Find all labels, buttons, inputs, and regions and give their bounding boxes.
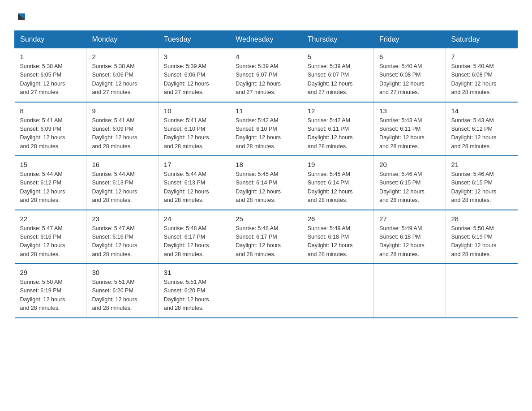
calendar-cell	[446, 264, 517, 318]
calendar-cell	[374, 264, 446, 318]
day-info: Sunrise: 5:49 AM Sunset: 6:18 PM Dayligh…	[379, 224, 440, 259]
day-number: 30	[92, 269, 152, 276]
day-number: 16	[92, 161, 152, 168]
calendar-cell: 29 Sunrise: 5:50 AM Sunset: 6:19 PM Dayl…	[15, 264, 86, 318]
calendar-cell: 20 Sunrise: 5:46 AM Sunset: 6:15 PM Dayl…	[374, 156, 446, 210]
day-number: 2	[92, 53, 152, 60]
calendar-cell: 2 Sunrise: 5:38 AM Sunset: 6:06 PM Dayli…	[86, 48, 158, 102]
week-row-3: 15 Sunrise: 5:44 AM Sunset: 6:12 PM Dayl…	[15, 156, 518, 210]
day-number: 9	[92, 107, 152, 115]
logo-icon	[15, 11, 28, 23]
header-tuesday: Tuesday	[158, 31, 230, 48]
day-info: Sunrise: 5:40 AM Sunset: 6:08 PM Dayligh…	[379, 62, 440, 97]
day-info: Sunrise: 5:42 AM Sunset: 6:10 PM Dayligh…	[236, 116, 296, 151]
header-wednesday: Wednesday	[230, 31, 302, 48]
week-row-4: 22 Sunrise: 5:47 AM Sunset: 6:16 PM Dayl…	[15, 210, 518, 264]
calendar-cell: 4 Sunrise: 5:39 AM Sunset: 6:07 PM Dayli…	[230, 48, 302, 102]
day-info: Sunrise: 5:39 AM Sunset: 6:07 PM Dayligh…	[308, 62, 368, 97]
day-number: 7	[451, 53, 512, 60]
day-number: 13	[379, 107, 440, 115]
day-number: 29	[20, 269, 81, 276]
day-info: Sunrise: 5:51 AM Sunset: 6:20 PM Dayligh…	[92, 278, 152, 313]
header-friday: Friday	[374, 31, 446, 48]
day-info: Sunrise: 5:47 AM Sunset: 6:16 PM Dayligh…	[20, 224, 81, 259]
page-header	[14, 11, 518, 23]
day-number: 15	[20, 161, 81, 168]
calendar-cell: 23 Sunrise: 5:47 AM Sunset: 6:16 PM Dayl…	[86, 210, 158, 264]
day-info: Sunrise: 5:41 AM Sunset: 6:09 PM Dayligh…	[92, 116, 152, 151]
day-info: Sunrise: 5:44 AM Sunset: 6:13 PM Dayligh…	[164, 170, 224, 205]
day-number: 20	[379, 161, 440, 168]
day-info: Sunrise: 5:44 AM Sunset: 6:12 PM Dayligh…	[20, 170, 81, 205]
day-info: Sunrise: 5:49 AM Sunset: 6:18 PM Dayligh…	[308, 224, 368, 259]
day-info: Sunrise: 5:42 AM Sunset: 6:11 PM Dayligh…	[308, 116, 368, 151]
calendar-cell: 15 Sunrise: 5:44 AM Sunset: 6:12 PM Dayl…	[15, 156, 86, 210]
day-number: 5	[308, 53, 368, 60]
calendar-cell: 8 Sunrise: 5:41 AM Sunset: 6:09 PM Dayli…	[15, 102, 86, 156]
calendar-cell	[230, 264, 302, 318]
day-number: 11	[236, 107, 296, 115]
calendar-cell: 1 Sunrise: 5:38 AM Sunset: 6:05 PM Dayli…	[15, 48, 86, 102]
calendar-cell: 30 Sunrise: 5:51 AM Sunset: 6:20 PM Dayl…	[86, 264, 158, 318]
day-info: Sunrise: 5:45 AM Sunset: 6:14 PM Dayligh…	[236, 170, 296, 205]
day-info: Sunrise: 5:46 AM Sunset: 6:15 PM Dayligh…	[451, 170, 512, 205]
day-number: 14	[451, 107, 512, 115]
calendar-cell: 5 Sunrise: 5:39 AM Sunset: 6:07 PM Dayli…	[302, 48, 373, 102]
day-number: 8	[20, 107, 81, 115]
header-monday: Monday	[86, 31, 158, 48]
day-info: Sunrise: 5:39 AM Sunset: 6:07 PM Dayligh…	[236, 62, 296, 97]
day-info: Sunrise: 5:40 AM Sunset: 6:08 PM Dayligh…	[451, 62, 512, 97]
calendar-header-row: SundayMondayTuesdayWednesdayThursdayFrid…	[15, 31, 518, 48]
calendar-cell: 17 Sunrise: 5:44 AM Sunset: 6:13 PM Dayl…	[158, 156, 230, 210]
day-info: Sunrise: 5:41 AM Sunset: 6:10 PM Dayligh…	[164, 116, 224, 151]
calendar-cell: 31 Sunrise: 5:51 AM Sunset: 6:20 PM Dayl…	[158, 264, 230, 318]
day-number: 3	[164, 53, 224, 60]
week-row-2: 8 Sunrise: 5:41 AM Sunset: 6:09 PM Dayli…	[15, 102, 518, 156]
day-info: Sunrise: 5:48 AM Sunset: 6:17 PM Dayligh…	[164, 224, 224, 259]
day-number: 18	[236, 161, 296, 168]
header-thursday: Thursday	[302, 31, 373, 48]
calendar-cell: 24 Sunrise: 5:48 AM Sunset: 6:17 PM Dayl…	[158, 210, 230, 264]
calendar-cell: 28 Sunrise: 5:50 AM Sunset: 6:19 PM Dayl…	[446, 210, 517, 264]
calendar-cell: 16 Sunrise: 5:44 AM Sunset: 6:13 PM Dayl…	[86, 156, 158, 210]
day-info: Sunrise: 5:39 AM Sunset: 6:06 PM Dayligh…	[164, 62, 224, 97]
calendar-cell: 26 Sunrise: 5:49 AM Sunset: 6:18 PM Dayl…	[302, 210, 373, 264]
day-info: Sunrise: 5:45 AM Sunset: 6:14 PM Dayligh…	[308, 170, 368, 205]
calendar-cell: 6 Sunrise: 5:40 AM Sunset: 6:08 PM Dayli…	[374, 48, 446, 102]
day-info: Sunrise: 5:46 AM Sunset: 6:15 PM Dayligh…	[379, 170, 440, 205]
calendar-cell: 22 Sunrise: 5:47 AM Sunset: 6:16 PM Dayl…	[15, 210, 86, 264]
calendar-table: SundayMondayTuesdayWednesdayThursdayFrid…	[14, 30, 518, 318]
day-info: Sunrise: 5:38 AM Sunset: 6:05 PM Dayligh…	[20, 62, 81, 97]
calendar-cell: 3 Sunrise: 5:39 AM Sunset: 6:06 PM Dayli…	[158, 48, 230, 102]
logo	[14, 11, 28, 23]
day-number: 25	[236, 215, 296, 223]
day-info: Sunrise: 5:48 AM Sunset: 6:17 PM Dayligh…	[236, 224, 296, 259]
day-number: 1	[20, 53, 81, 60]
calendar-cell: 7 Sunrise: 5:40 AM Sunset: 6:08 PM Dayli…	[446, 48, 517, 102]
calendar-cell: 14 Sunrise: 5:43 AM Sunset: 6:12 PM Dayl…	[446, 102, 517, 156]
week-row-5: 29 Sunrise: 5:50 AM Sunset: 6:19 PM Dayl…	[15, 264, 518, 318]
calendar-cell: 10 Sunrise: 5:41 AM Sunset: 6:10 PM Dayl…	[158, 102, 230, 156]
calendar-cell: 18 Sunrise: 5:45 AM Sunset: 6:14 PM Dayl…	[230, 156, 302, 210]
calendar-cell: 13 Sunrise: 5:43 AM Sunset: 6:11 PM Dayl…	[374, 102, 446, 156]
day-number: 21	[451, 161, 512, 168]
day-info: Sunrise: 5:51 AM Sunset: 6:20 PM Dayligh…	[164, 278, 224, 313]
day-number: 23	[92, 215, 152, 223]
day-number: 4	[236, 53, 296, 60]
calendar-cell: 9 Sunrise: 5:41 AM Sunset: 6:09 PM Dayli…	[86, 102, 158, 156]
day-number: 12	[308, 107, 368, 115]
day-number: 6	[379, 53, 440, 60]
calendar-cell: 21 Sunrise: 5:46 AM Sunset: 6:15 PM Dayl…	[446, 156, 517, 210]
day-info: Sunrise: 5:47 AM Sunset: 6:16 PM Dayligh…	[92, 224, 152, 259]
header-sunday: Sunday	[15, 31, 86, 48]
day-number: 24	[164, 215, 224, 223]
calendar-cell	[302, 264, 373, 318]
week-row-1: 1 Sunrise: 5:38 AM Sunset: 6:05 PM Dayli…	[15, 48, 518, 102]
calendar-cell: 25 Sunrise: 5:48 AM Sunset: 6:17 PM Dayl…	[230, 210, 302, 264]
day-number: 26	[308, 215, 368, 223]
day-info: Sunrise: 5:50 AM Sunset: 6:19 PM Dayligh…	[451, 224, 512, 259]
calendar-cell: 27 Sunrise: 5:49 AM Sunset: 6:18 PM Dayl…	[374, 210, 446, 264]
day-info: Sunrise: 5:50 AM Sunset: 6:19 PM Dayligh…	[20, 278, 81, 313]
day-info: Sunrise: 5:41 AM Sunset: 6:09 PM Dayligh…	[20, 116, 81, 151]
calendar-cell: 19 Sunrise: 5:45 AM Sunset: 6:14 PM Dayl…	[302, 156, 373, 210]
